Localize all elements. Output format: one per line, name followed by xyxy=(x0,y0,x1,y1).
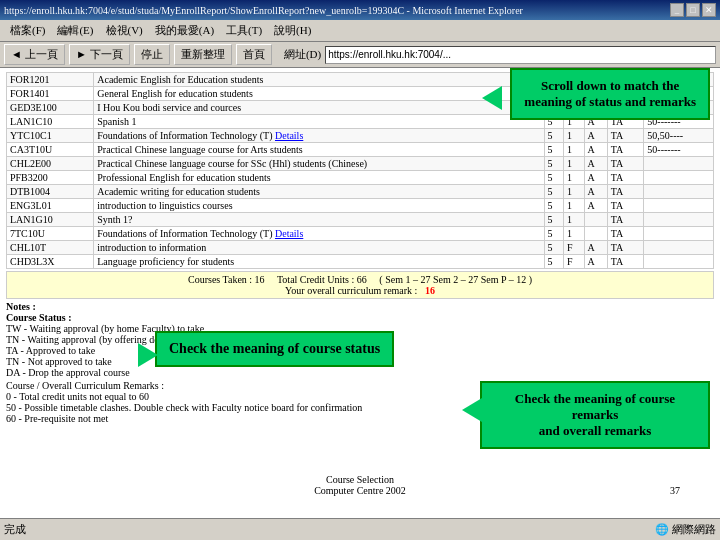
page-footer: Course Selection Computer Centre 2002 xyxy=(0,474,720,496)
toolbar: ◄ 上一頁 ► 下一頁 停止 重新整理 首頁 網址(D) xyxy=(0,42,720,68)
table-row: LAN1G10Synth 1?51TA xyxy=(7,213,714,227)
status-right: 🌐 網際網路 xyxy=(655,522,716,537)
arrow-middle-left xyxy=(138,343,158,367)
address-label: 網址(D) xyxy=(284,47,321,62)
content-area: FOR1201Academic English for Education st… xyxy=(0,68,720,518)
page-number: 37 xyxy=(670,485,680,496)
window-controls[interactable]: _ □ ✕ xyxy=(670,3,716,17)
footer-center: Course Selection xyxy=(326,474,394,485)
home-button[interactable]: 首頁 xyxy=(236,44,272,65)
close-button[interactable]: ✕ xyxy=(702,3,716,17)
notes-item: DA - Drop the approval course xyxy=(6,367,714,378)
status-left: 完成 xyxy=(4,522,26,537)
course-status-title: Course Status : xyxy=(6,312,72,323)
total-credit: Total Credit Units : 66 xyxy=(277,274,367,285)
back-button[interactable]: ◄ 上一頁 xyxy=(4,44,65,65)
status-bar: 完成 🌐 網際網路 xyxy=(0,518,720,540)
footer-subtitle: Computer Centre 2002 xyxy=(314,485,406,496)
menu-bar: 檔案(F) 編輯(E) 檢視(V) 我的最愛(A) 工具(T) 說明(H) xyxy=(0,20,720,42)
remarks-title: Course / Overall Curriculum Remarks : xyxy=(6,380,164,391)
minimize-button[interactable]: _ xyxy=(670,3,684,17)
menu-help[interactable]: 說明(H) xyxy=(268,21,317,40)
refresh-button[interactable]: 重新整理 xyxy=(174,44,232,65)
stop-button[interactable]: 停止 xyxy=(134,44,170,65)
window-title: https://enroll.hku.hk:7004/e/stud/studa/… xyxy=(4,5,523,16)
address-bar[interactable] xyxy=(325,46,716,64)
overall-remark-label: Your overall curriculum remark : xyxy=(285,285,417,296)
arrow-top-right xyxy=(482,86,502,110)
arrow-bottom-right xyxy=(462,398,482,422)
title-bar: https://enroll.hku.hk:7004/e/stud/studa/… xyxy=(0,0,720,20)
notes-title: Notes : xyxy=(6,301,36,312)
menu-file[interactable]: 檔案(F) xyxy=(4,21,51,40)
table-row: DTB1004Academic writing for education st… xyxy=(7,185,714,199)
tooltip-course-remarks: Check the meaning of course remarks and … xyxy=(480,381,710,449)
menu-view[interactable]: 檢視(V) xyxy=(100,21,149,40)
table-row: CHL10Tintroduction to information5FATA xyxy=(7,241,714,255)
table-row: YTC10C1Foundations of Information Techno… xyxy=(7,129,714,143)
tooltip-course-status: Check the meaning of course status xyxy=(155,331,394,367)
table-row: CHD3L3XLanguage proficiency for students… xyxy=(7,255,714,269)
tooltip-scroll-down: Scroll down to match the meaning of stat… xyxy=(510,68,710,120)
table-row: PFB3200Professional English for educatio… xyxy=(7,171,714,185)
semesters: ( Sem 1 – 27 Sem 2 – 27 Sem P – 12 ) xyxy=(379,274,532,285)
menu-edit[interactable]: 編輯(E) xyxy=(51,21,99,40)
table-row: ENG3L01introduction to linguistics cours… xyxy=(7,199,714,213)
forward-button[interactable]: ► 下一頁 xyxy=(69,44,130,65)
table-row: CHL2E00Practical Chinese language course… xyxy=(7,157,714,171)
menu-favorites[interactable]: 我的最愛(A) xyxy=(149,21,220,40)
table-row: 7TC10UFoundations of Information Technol… xyxy=(7,227,714,241)
maximize-button[interactable]: □ xyxy=(686,3,700,17)
overall-remark-value: 16 xyxy=(425,285,435,296)
courses-taken: Courses Taken : 16 xyxy=(188,274,265,285)
table-row: CA3T10UPractical Chinese language course… xyxy=(7,143,714,157)
summary-row: Courses Taken : 16 Total Credit Units : … xyxy=(6,271,714,299)
menu-tools[interactable]: 工具(T) xyxy=(220,21,268,40)
